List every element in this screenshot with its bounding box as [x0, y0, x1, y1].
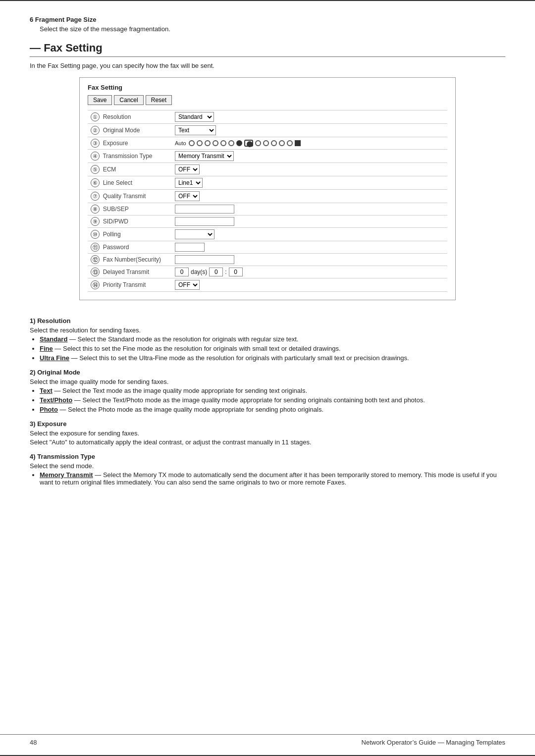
- reset-button[interactable]: Reset: [146, 95, 172, 105]
- exposure-radio-6-selected[interactable]: [236, 140, 242, 146]
- exposure-radio-11[interactable]: [287, 140, 293, 146]
- desc-transmission-type-intro: Select the send mode.: [30, 462, 505, 470]
- desc-original-mode: 2) Original Mode Select the image qualit…: [30, 369, 505, 413]
- row-value-resolution: StandardFineUltra Fine: [172, 110, 447, 124]
- priority-transmit-select[interactable]: OFFON: [175, 280, 200, 290]
- table-row: ⑨ SID/PWD: [88, 216, 447, 228]
- desc-transmission-type: 4) Transmission Type Select the send mod…: [30, 453, 505, 486]
- desc-resolution-title: 1) Resolution: [30, 317, 505, 324]
- row-num-3: ③: [91, 139, 100, 148]
- row-num-12: ⑫: [91, 255, 100, 264]
- table-row: ③ Exposure Auto: [88, 137, 447, 150]
- exposure-radio-1[interactable]: [197, 140, 203, 146]
- footer-page-number: 48: [30, 739, 37, 746]
- exposure-radio-9[interactable]: [271, 140, 277, 146]
- desc-transmission-type-title: 4) Transmission Type: [30, 453, 505, 460]
- list-item: Memory Transmit — Select the Memory TX m…: [40, 471, 505, 486]
- table-row: ⑦ Quality Transmit OFFON: [88, 190, 447, 203]
- delayed-hours-input[interactable]: [175, 268, 189, 276]
- row-value-quality-transmit: OFFON: [172, 190, 447, 203]
- row-value-polling: [172, 228, 447, 241]
- row-label-resolution: ① Resolution: [88, 110, 172, 124]
- row-label-ecm: ⑤ ECM: [88, 163, 172, 176]
- page-container: 6 Fragment Page Size Select the size of …: [0, 0, 535, 756]
- original-mode-select[interactable]: TextText/PhotoPhoto: [175, 125, 216, 135]
- desc-resolution-list: Standard — Select the Standard mode as t…: [40, 335, 505, 362]
- fax-setting-area: Fax Setting Save Cancel Reset ① Resoluti…: [50, 77, 505, 310]
- exposure-radio-2[interactable]: [205, 140, 211, 146]
- delayed-transmit-row: day(s) :: [175, 268, 444, 276]
- table-row: ⑤ ECM OFFON: [88, 163, 447, 176]
- exposure-row: Auto: [175, 140, 444, 147]
- intro-text: In the Fax Setting page, you can specify…: [30, 62, 505, 69]
- table-row: ⑬ Delayed Transmit day(s) :: [88, 266, 447, 278]
- row-num-9: ⑨: [91, 217, 100, 226]
- line-select-select[interactable]: Line1Line2: [175, 178, 203, 188]
- row-value-exposure: Auto: [172, 137, 447, 150]
- footer-title: Network Operator’s Guide — Managing Temp…: [362, 739, 505, 746]
- row-label-priority-transmit: ⑭ Priority Transmit: [88, 278, 172, 292]
- row-num-4: ④: [91, 152, 100, 161]
- exposure-radio-0[interactable]: [189, 140, 195, 146]
- row-label-quality-transmit: ⑦ Quality Transmit: [88, 190, 172, 203]
- exposure-radio-4[interactable]: [220, 140, 226, 146]
- bold-memory-transmit: Memory Transmit: [40, 471, 93, 479]
- desc-resolution: 1) Resolution Select the resolution for …: [30, 317, 505, 362]
- row-value-delayed-transmit: day(s) :: [172, 266, 447, 278]
- desc-original-mode-intro: Select the image quality mode for sendin…: [30, 378, 505, 385]
- transmission-type-select[interactable]: Memory TransmitDirect Transmit: [175, 151, 234, 161]
- row-label-transmission-type: ④ Transmission Type: [88, 150, 172, 163]
- exposure-radio-10[interactable]: [279, 140, 285, 146]
- exposure-radio-3[interactable]: [213, 140, 218, 146]
- fax-box-buttons: Save Cancel Reset: [88, 95, 447, 105]
- row-value-ecm: OFFON: [172, 163, 447, 176]
- row-label-line-select: ⑥ Line Select: [88, 176, 172, 190]
- row-num-6: ⑥: [91, 178, 100, 187]
- list-item: Text/Photo — Select the Text/Photo mode …: [40, 396, 505, 404]
- table-row: ① Resolution StandardFineUltra Fine: [88, 110, 447, 124]
- row-value-sub-sep: [172, 203, 447, 216]
- exposure-radio-7[interactable]: [255, 140, 261, 146]
- list-item: Ultra Fine — Select this to set the Ultr…: [40, 354, 505, 362]
- polling-select[interactable]: [175, 229, 214, 239]
- row-num-10: ⑩: [91, 230, 100, 239]
- bold-text: Text: [40, 387, 53, 394]
- resolution-select[interactable]: StandardFineUltra Fine: [175, 112, 214, 122]
- delayed-days-label: day(s): [191, 269, 207, 275]
- row-num-13: ⑬: [91, 268, 100, 276]
- password-input[interactable]: [175, 243, 205, 252]
- quality-transmit-select[interactable]: OFFON: [175, 191, 200, 201]
- exposure-radio-8[interactable]: [263, 140, 269, 146]
- row-label-delayed-transmit: ⑬ Delayed Transmit: [88, 266, 172, 278]
- delayed-minutes-input[interactable]: [209, 268, 223, 276]
- fragment-desc: Select the size of the message fragmenta…: [40, 25, 505, 33]
- list-item: Photo — Select the Photo mode as the ima…: [40, 406, 505, 413]
- row-num-14: ⑭: [91, 280, 100, 289]
- fax-setting-box: Fax Setting Save Cancel Reset ① Resoluti…: [79, 77, 456, 300]
- bold-standard: Standard: [40, 335, 67, 343]
- fax-box-title: Fax Setting: [88, 84, 447, 91]
- row-label-sid-pwd: ⑨ SID/PWD: [88, 216, 172, 228]
- fax-setting-heading: Fax Setting: [30, 42, 505, 57]
- fax-number-security-input[interactable]: [175, 255, 234, 264]
- delayed-seconds-input[interactable]: [229, 268, 243, 276]
- desc-exposure-extra: Select "Auto" to automatically apply the…: [30, 438, 505, 446]
- row-num-7: ⑦: [91, 192, 100, 201]
- row-label-password: ⑪ Password: [88, 241, 172, 254]
- sub-sep-input[interactable]: [175, 205, 234, 214]
- save-button[interactable]: Save: [88, 95, 112, 105]
- desc-exposure-title: 3) Exposure: [30, 420, 505, 428]
- sid-pwd-input[interactable]: [175, 217, 234, 226]
- table-row: ⑫ Fax Number(Security): [88, 254, 447, 266]
- cancel-button[interactable]: Cancel: [114, 95, 143, 105]
- row-num-5: ⑤: [91, 165, 100, 174]
- ecm-select[interactable]: OFFON: [175, 164, 200, 174]
- bold-fine: Fine: [40, 345, 53, 352]
- exposure-radio-5[interactable]: [228, 140, 234, 146]
- bold-text-photo: Text/Photo: [40, 396, 72, 404]
- row-label-sub-sep: ⑧ SUB/SEP: [88, 203, 172, 216]
- list-item: Fine — Select this to set the Fine mode …: [40, 345, 505, 352]
- table-row: ④ Transmission Type Memory TransmitDirec…: [88, 150, 447, 163]
- row-num-1: ①: [91, 112, 100, 121]
- row-num-11: ⑪: [91, 243, 100, 252]
